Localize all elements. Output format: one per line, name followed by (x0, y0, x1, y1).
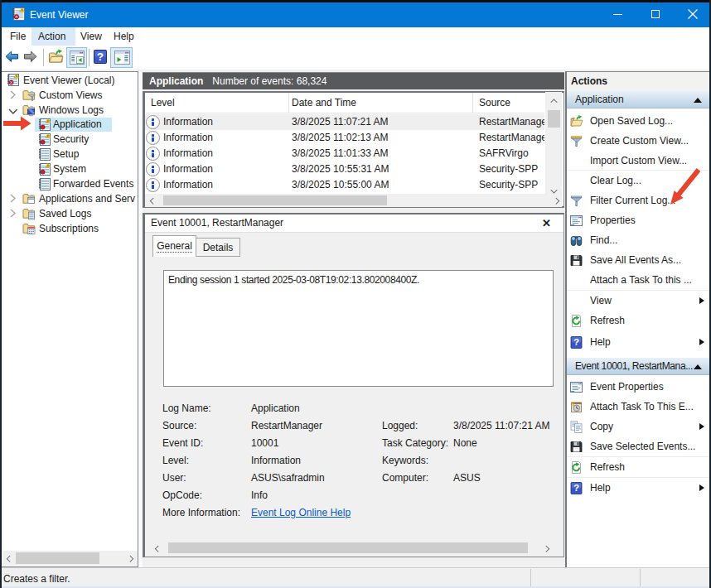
svg-text:?: ? (97, 51, 104, 63)
svg-text:?: ? (573, 337, 579, 347)
svg-text:?: ? (573, 483, 579, 493)
